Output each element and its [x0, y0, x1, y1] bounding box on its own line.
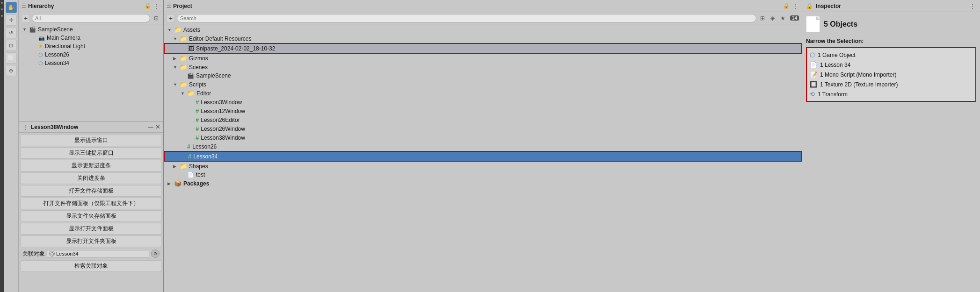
expand-arrow: ▼	[173, 65, 178, 70]
item-label: Scenes	[189, 64, 208, 71]
scene-icon: 🎬	[187, 72, 194, 79]
narrow-item-transform[interactable]: ⟲ 1 Transform	[810, 89, 973, 99]
project-menu-icon[interactable]: ☰	[167, 3, 171, 9]
all-tool-btn[interactable]: ⊕	[6, 65, 17, 76]
project-item-snipaste[interactable]: ▶ 🖼 Snipaste_2024-02-02_18-10-32	[164, 43, 802, 54]
item-label: Lesson38Window	[201, 135, 245, 141]
item-label: SampleScene	[196, 72, 231, 79]
project-item-lesson34[interactable]: ▶ # Lesson34	[164, 151, 802, 162]
btn-progress[interactable]: 显示更新进度条	[21, 160, 161, 171]
project-panel: ☰ Project 🔒 ⋮ + ⊞ ◈ ★ 14 ▼ 📁 Assets ▼	[164, 0, 802, 292]
sub-panel-close-btn[interactable]: ✕	[155, 123, 160, 130]
leaf-arrow: ▶	[32, 52, 36, 57]
lesson34-narrow-icon: 📄	[810, 61, 817, 68]
project-layout-btn[interactable]: ⊞	[758, 14, 767, 22]
project-toolbar: + ⊞ ◈ ★ 14	[164, 12, 802, 24]
narrow-item-lesson34[interactable]: 📄 1 Lesson 34	[810, 60, 973, 70]
narrow-item-monoscript[interactable]: 📝 1 Mono Script (Mono Importer)	[810, 70, 973, 79]
project-add-btn[interactable]: +	[167, 14, 175, 22]
project-item-shapes[interactable]: ▶ 📁 Shapes	[164, 162, 802, 171]
project-item-editor[interactable]: ▼ 📁 Editor	[164, 89, 802, 98]
project-item-lesson38window[interactable]: ▶ # Lesson38Window	[164, 133, 802, 142]
leaf-arrow: ▶	[189, 109, 194, 114]
sub-panel-content: 显示提示窗口 显示三键提示窗口 显示更新进度条 关闭进度条 打开文件存储面板 打…	[19, 133, 163, 292]
project-item-assets[interactable]: ▼ 📁 Assets	[164, 25, 802, 34]
expand-arrow: ▼	[173, 82, 178, 87]
project-lock-icon[interactable]: 🔒	[783, 3, 790, 9]
item-label: Directional Light	[45, 43, 85, 50]
project-item-lesson3window[interactable]: ▶ # Lesson3Window	[164, 98, 802, 107]
sub-panel-dots[interactable]: ⋮	[22, 124, 29, 130]
pick-object-btn[interactable]: ⊙	[151, 249, 160, 258]
sub-panel-title: Lesson38Window	[31, 124, 148, 130]
left-column: ☰ Hierarchy 🔒 ⋮ + ⊡ ▼ 🎬 SampleScene	[19, 0, 164, 292]
btn-open-save-project[interactable]: 打开文件存储面板（仅限工程文件下）	[21, 198, 161, 209]
hierarchy-item-lesson34[interactable]: ▶ ⬡ Lesson34	[19, 59, 163, 67]
hierarchy-add-btn[interactable]: +	[22, 14, 30, 22]
hierarchy-item-maincamera[interactable]: ▶ 📷 Main Camera	[19, 34, 163, 42]
project-item-test[interactable]: ▶ 📄 test	[164, 171, 802, 179]
hierarchy-menu-icon[interactable]: ☰	[22, 3, 26, 9]
project-item-editordefault[interactable]: ▼ 📁 Editor Default Resources	[164, 34, 802, 43]
project-item-packages[interactable]: ▶ 📦 Packages	[164, 179, 802, 188]
csharp-icon: #	[196, 125, 199, 132]
scale-tool-btn[interactable]: ⊡	[6, 40, 17, 51]
btn-open-file[interactable]: 显示打开文件面板	[21, 223, 161, 235]
sub-panel-minimize[interactable]: —	[148, 124, 153, 130]
expand-arrow: ▼	[181, 91, 185, 96]
project-dots-icon[interactable]: ⋮	[791, 3, 799, 9]
project-item-gizmos[interactable]: ▶ 📁 Gizmos	[164, 54, 802, 63]
project-item-lesson26window[interactable]: ▶ # Lesson26Window	[164, 124, 802, 133]
camera-icon: 📷	[38, 35, 45, 41]
gameobj-narrow-icon: ⬡	[810, 51, 815, 58]
project-item-lesson26editor[interactable]: ▶ # Lesson26Editor	[164, 115, 802, 124]
project-item-lesson12window[interactable]: ▶ # Lesson12Window	[164, 107, 802, 115]
hierarchy-filter-btn[interactable]: ⊡	[152, 14, 160, 22]
item-label: Lesson12Window	[201, 108, 245, 114]
hierarchy-title: Hierarchy	[28, 3, 143, 9]
btn-close-progress[interactable]: 关闭进度条	[21, 172, 161, 184]
expand-arrow: ▶	[173, 56, 178, 61]
move-tool-btn[interactable]: ✛	[6, 14, 17, 26]
hierarchy-search-input[interactable]	[32, 14, 150, 22]
inspector-lock-icon[interactable]: 🔒	[806, 3, 813, 9]
folder-icon: 📁	[180, 55, 187, 62]
hierarchy-item-lesson26[interactable]: ▶ ⬡ Lesson26	[19, 50, 163, 59]
item-label: Editor	[196, 90, 211, 97]
monoscript-narrow-icon: 📝	[810, 71, 817, 78]
rotate-tool-btn[interactable]: ↺	[6, 27, 17, 38]
hand-tool-btn[interactable]: ✋	[6, 2, 17, 13]
btn-tooltip[interactable]: 显示提示窗口	[21, 135, 161, 146]
light-icon: ☀	[38, 43, 43, 50]
linked-field[interactable]: ⬡ Lesson34	[47, 250, 149, 257]
btn-open-save[interactable]: 打开文件存储面板	[21, 185, 161, 197]
project-search-input[interactable]	[177, 14, 756, 22]
collapse-arrow: ▼	[22, 27, 27, 32]
inspector-dots-icon[interactable]: ⋮	[969, 3, 976, 9]
project-filter-btn[interactable]: ◈	[769, 14, 777, 22]
project-item-scenes[interactable]: ▼ 📁 Scenes	[164, 63, 802, 71]
btn-show-folder[interactable]: 显示文件夹存储面板	[21, 210, 161, 222]
btn-search-linked[interactable]: 检索关联对象	[21, 260, 161, 272]
project-item-lesson26script[interactable]: ▶ # Lesson26	[164, 142, 802, 151]
hierarchy-lock-icon[interactable]: 🔒	[145, 3, 151, 9]
item-label: Lesson26Window	[201, 126, 245, 132]
hierarchy-item-samplescene[interactable]: ▼ 🎬 SampleScene	[19, 25, 163, 34]
btn-open-folder[interactable]: 显示打开文件夹面板	[21, 235, 161, 247]
hierarchy-content: ▼ 🎬 SampleScene ▶ 📷 Main Camera ▶ ☀ Dire…	[19, 24, 163, 121]
btn-three-key-tooltip[interactable]: 显示三键提示窗口	[21, 147, 161, 159]
hierarchy-item-directionallight[interactable]: ▶ ☀ Directional Light	[19, 42, 163, 50]
hierarchy-dots-icon[interactable]: ⋮	[153, 3, 160, 9]
leaf-arrow: ▶	[32, 44, 36, 49]
project-item-samplescene[interactable]: ▶ 🎬 SampleScene	[164, 71, 802, 80]
narrow-item-gameobject[interactable]: ⬡ 1 Game Object	[810, 50, 973, 60]
rect-tool-btn[interactable]: ⬜	[6, 52, 17, 64]
project-tree: ▼ 📁 Assets ▼ 📁 Editor Default Resources …	[164, 24, 802, 292]
toolbar-dot	[1, 8, 3, 10]
project-item-scripts[interactable]: ▼ 📁 Scripts	[164, 80, 802, 89]
narrow-selection-label: Narrow the Selection:	[806, 38, 976, 44]
narrow-item-label: 1 Lesson 34	[820, 62, 850, 68]
narrow-item-texture[interactable]: 🔲 1 Texture 2D (Texture Importer)	[810, 79, 973, 89]
project-star-btn[interactable]: ★	[779, 14, 787, 22]
csharp-icon: #	[188, 153, 191, 160]
